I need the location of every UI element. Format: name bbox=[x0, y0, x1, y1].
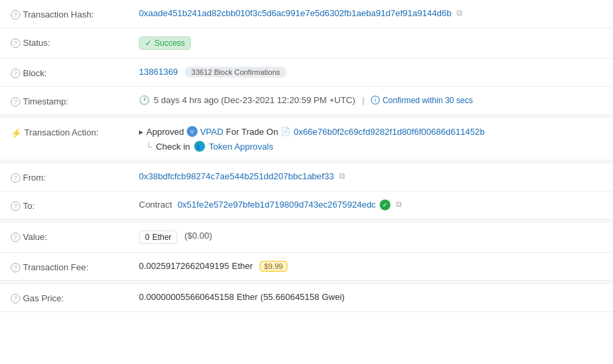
block-value: 13861369 33612 Block Confirmations bbox=[139, 67, 602, 78]
checkin-line: └ Check in 👥 Token Approvals bbox=[146, 141, 273, 152]
action-main-line: ▸ Approved V VPAD For Trade On 📄 0x66e76… bbox=[139, 126, 485, 137]
fee-unit: Ether bbox=[232, 261, 253, 271]
transaction-action-row: ⚡ Transaction Action: ▸ Approved V VPAD … bbox=[0, 118, 613, 160]
gas-gwei: (55.660645158 Gwei) bbox=[260, 292, 345, 302]
hash-help-icon[interactable]: ? bbox=[11, 10, 20, 20]
transaction-action-value: ▸ Approved V VPAD For Trade On 📄 0x66e76… bbox=[139, 126, 602, 152]
token-approvals-link[interactable]: Token Approvals bbox=[209, 142, 273, 152]
status-help-icon[interactable]: ? bbox=[11, 38, 20, 48]
transaction-action-label: ⚡ Transaction Action: bbox=[11, 126, 139, 138]
action-arrow-icon: ▸ bbox=[139, 127, 144, 137]
timestamp-help-icon[interactable]: ? bbox=[11, 97, 20, 107]
value-value: 0 Ether ($0.00) bbox=[139, 231, 602, 244]
from-copy-icon[interactable]: ⧉ bbox=[339, 171, 345, 181]
to-help-icon[interactable]: ? bbox=[11, 202, 20, 211]
transaction-hash-label: ? Transaction Hash: bbox=[11, 8, 139, 20]
timestamp-divider: | bbox=[362, 95, 364, 105]
to-copy-icon[interactable]: ⧉ bbox=[396, 200, 402, 209]
gas-price-value: 0.000000055660645158 Ether (55.660645158… bbox=[139, 292, 602, 302]
gas-amount: 0.000000055660645158 bbox=[139, 292, 234, 302]
block-help-icon[interactable]: ? bbox=[11, 69, 20, 78]
action-contract-address[interactable]: 0x66e76b0f2c69cfd9282f1d80f6f00686d61145… bbox=[293, 127, 484, 137]
to-row: ? To: Contract 0x51fe2e572e97bfeb1d71980… bbox=[0, 191, 613, 220]
from-label: ? From: bbox=[11, 171, 139, 183]
contract-doc-icon: 📄 bbox=[281, 127, 291, 136]
transaction-fee-value: 0.00259172662049195 Ether $9.99 bbox=[139, 261, 602, 272]
confirmations-badge: 33612 Block Confirmations bbox=[185, 67, 287, 78]
status-value: ✓ Success bbox=[139, 36, 602, 50]
to-label: ? To: bbox=[11, 200, 139, 211]
status-row: ? Status: ✓ Success bbox=[0, 28, 613, 59]
status-badge: ✓ Success bbox=[139, 36, 191, 50]
gas-price-row: ? Gas Price: 0.000000055660645158 Ether … bbox=[0, 284, 613, 312]
contract-label-text: Contract bbox=[139, 200, 172, 210]
gas-help-icon[interactable]: ? bbox=[11, 294, 20, 303]
from-row: ? From: 0x38bdfcfcb98274c7ae544b251dd207… bbox=[0, 163, 613, 191]
timestamp-row: ? Timestamp: 🕐 5 days 4 hrs ago (Dec-23-… bbox=[0, 87, 613, 115]
confirmed-badge: i Confirmed within 30 secs bbox=[371, 96, 473, 105]
ether-value-badge: 0 Ether bbox=[139, 231, 177, 244]
value-label: ? Value: bbox=[11, 231, 139, 242]
value-usd: ($0.00) bbox=[184, 231, 212, 241]
token-approvals-icon: 👥 bbox=[194, 141, 205, 152]
fee-help-icon[interactable]: ? bbox=[11, 263, 20, 272]
timestamp-value: 🕐 5 days 4 hrs ago (Dec-23-2021 12:20:59… bbox=[139, 95, 602, 105]
to-address-link[interactable]: 0x51fe2e572e97bfeb1d719809d743ec2675924e… bbox=[177, 200, 376, 210]
from-address-link[interactable]: 0x38bdfcfcb98274c7ae544b251dd207bbc1abef… bbox=[139, 171, 334, 181]
hash-text: 0xaade451b241ad82cbb010f3c5d6ac991e7e5d6… bbox=[139, 8, 451, 18]
verified-contract-icon: ✓ bbox=[380, 200, 390, 210]
gas-price-label: ? Gas Price: bbox=[11, 292, 139, 303]
hash-copy-icon[interactable]: ⧉ bbox=[457, 8, 463, 18]
transaction-details: ? Transaction Hash: 0xaade451b241ad82cbb… bbox=[0, 0, 613, 364]
value-help-icon[interactable]: ? bbox=[11, 233, 20, 242]
fee-usd-badge: $9.99 bbox=[260, 261, 288, 272]
transaction-action-icon: ⚡ bbox=[11, 127, 22, 138]
vpad-token-icon: V bbox=[187, 126, 198, 137]
fee-amount: 0.00259172662049195 bbox=[139, 261, 229, 271]
block-label: ? Block: bbox=[11, 67, 139, 78]
transaction-hash-row: ? Transaction Hash: 0xaade451b241ad82cbb… bbox=[0, 0, 613, 28]
gas-unit: Ether bbox=[237, 292, 258, 302]
block-row: ? Block: 13861369 33612 Block Confirmati… bbox=[0, 59, 613, 87]
from-help-icon[interactable]: ? bbox=[11, 173, 20, 183]
block-number-link[interactable]: 13861369 bbox=[139, 67, 178, 77]
value-row: ? Value: 0 Ether ($0.00) bbox=[0, 222, 613, 253]
clock-icon: 🕐 bbox=[139, 95, 150, 105]
transaction-fee-row: ? Transaction Fee: 0.00259172662049195 E… bbox=[0, 253, 613, 281]
transaction-hash-value: 0xaade451b241ad82cbb010f3c5d6ac991e7e5d6… bbox=[139, 8, 602, 18]
status-label: ? Status: bbox=[11, 36, 139, 48]
timestamp-label: ? Timestamp: bbox=[11, 95, 139, 107]
success-check-icon: ✓ bbox=[145, 38, 152, 48]
to-value: Contract 0x51fe2e572e97bfeb1d719809d743e… bbox=[139, 200, 602, 210]
confirmed-info-icon: i bbox=[371, 96, 380, 104]
vpad-token-name[interactable]: VPAD bbox=[200, 127, 223, 137]
from-value: 0x38bdfcfcb98274c7ae544b251dd207bbc1abef… bbox=[139, 171, 602, 181]
checkin-arrow-icon: └ bbox=[146, 142, 152, 152]
timestamp-text: 🕐 5 days 4 hrs ago (Dec-23-2021 12:20:59… bbox=[139, 95, 473, 105]
transaction-fee-label: ? Transaction Fee: bbox=[11, 261, 139, 272]
